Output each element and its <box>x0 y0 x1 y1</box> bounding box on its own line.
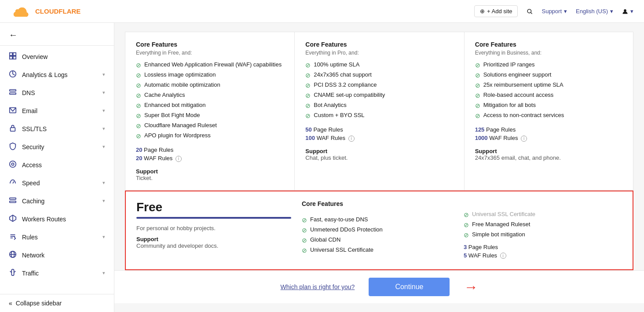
feature-item: ⊘ 100% uptime SLA <box>305 61 453 69</box>
biz-support: Support Chat, plus ticket. <box>305 148 453 161</box>
free-plan-bar <box>136 217 291 219</box>
feature-item: ⊘ 25x reimbursement uptime SLA <box>475 81 622 89</box>
chevron-down-icon: ▾ <box>102 198 105 204</box>
check-icon: ⊘ <box>464 221 469 228</box>
feature-item: ⊘ Unmetered DDoS Protection <box>302 226 457 234</box>
feature-item: ⊘ Custom + BYO SSL <box>305 112 453 119</box>
feature-item: ⊘ Enhanced bot mitigation <box>136 102 284 109</box>
account-button[interactable]: ▾ <box>622 8 633 15</box>
dns-icon <box>9 88 17 97</box>
pro-core-title: Core Features <box>136 41 284 48</box>
sidebar-item-ssl-tls[interactable]: SSL/TLS ▾ <box>0 120 114 138</box>
collapse-sidebar-button[interactable]: « Collapse sidebar <box>0 294 114 312</box>
sidebar-item-network[interactable]: Network <box>0 246 114 264</box>
chevron-down-icon: ▾ <box>102 144 105 150</box>
add-site-button[interactable]: ⊕ + Add site <box>474 5 518 17</box>
check-icon: ⊘ <box>136 112 141 119</box>
network-icon <box>9 250 17 260</box>
chevron-down-icon: ▾ <box>102 234 105 240</box>
check-icon: ⊘ <box>136 72 141 79</box>
sidebar-item-traffic[interactable]: Traffic ▾ <box>0 264 114 282</box>
sidebar-item-label: Rules <box>22 234 38 241</box>
sidebar-item-dns[interactable]: DNS ▾ <box>0 84 114 102</box>
check-icon: ⊘ <box>475 62 480 69</box>
info-icon[interactable]: i <box>176 156 182 162</box>
pro-rules: 20 Page Rules 20 WAF Rules i <box>136 147 284 162</box>
email-icon <box>9 106 17 115</box>
feature-item: ⊘ Universal SSL Certificate <box>302 246 457 254</box>
check-icon: ⊘ <box>475 72 480 79</box>
chevron-down-icon: ▾ <box>102 180 105 186</box>
svg-rect-13 <box>11 128 15 131</box>
biz-core-title: Core Features <box>305 41 453 48</box>
sidebar-item-label: Access <box>22 162 42 169</box>
svg-rect-18 <box>10 201 16 203</box>
chevron-down-icon: ▾ <box>102 90 105 95</box>
feature-item: ⊘ Simple bot mitigation <box>464 231 622 239</box>
check-icon: ⊘ <box>136 62 141 69</box>
sidebar-item-caching[interactable]: Caching ▾ <box>0 192 114 210</box>
sidebar-item-label: Analytics & Logs <box>22 71 68 78</box>
check-icon: ⊘ <box>475 112 480 119</box>
feature-item: ⊘ Mitigation for all bots <box>475 102 622 109</box>
sidebar-item-overview[interactable]: Overview <box>0 48 114 66</box>
feature-item: ⊘ Universal SSL Certificate <box>464 211 622 218</box>
search-button[interactable] <box>527 8 533 15</box>
svg-rect-3 <box>10 53 12 55</box>
svg-rect-24 <box>11 269 14 275</box>
business-plan-card: Core Features Everything in Pro, and: ⊘ … <box>294 32 464 191</box>
feature-item: ⊘ Bot Analytics <box>305 102 453 109</box>
arrow-right-icon: → <box>464 279 478 295</box>
chevron-down-icon: ▾ <box>102 72 105 77</box>
sidebar-item-rules[interactable]: Rules ▾ <box>0 228 114 246</box>
info-icon[interactable]: i <box>348 136 355 142</box>
feature-item: ⊘ Role-based account access <box>475 92 622 99</box>
support-button[interactable]: Support ▾ <box>542 8 567 15</box>
chevron-down-icon: ▾ <box>102 108 105 114</box>
sidebar-item-label: Workers Routes <box>22 216 66 223</box>
feature-item: ⊘ Super Bot Fight Mode <box>136 112 284 119</box>
sidebar-item-security[interactable]: Security ▾ <box>0 138 114 156</box>
lock-icon <box>9 124 17 133</box>
info-icon[interactable]: i <box>521 136 527 142</box>
check-icon: ⊘ <box>305 72 311 79</box>
feature-item: ⊘ CNAME set-up compatibility <box>305 92 453 99</box>
free-rules: 3 Page Rules 5 WAF Rules i <box>464 244 622 259</box>
chart-icon <box>9 70 17 79</box>
sidebar-item-label: DNS <box>22 89 35 96</box>
feature-item: ⊘ Solutions engineer support <box>475 71 622 79</box>
sidebar-item-speed[interactable]: Speed ▾ <box>0 174 114 192</box>
free-plan-section: Free For personal or hobby projects. Sup… <box>125 191 633 271</box>
chevron-down-icon: ▾ <box>630 8 633 15</box>
shield-icon <box>9 142 17 151</box>
traffic-icon <box>9 268 17 278</box>
feature-item: ⊘ Free Managed Ruleset <box>464 221 622 228</box>
which-plan-link[interactable]: Which plan is right for you? <box>281 283 355 290</box>
main-content: Core Features Everything in Free, and: ⊘… <box>114 23 644 312</box>
sidebar-item-workers-routes[interactable]: Workers Routes <box>0 210 114 228</box>
speed-icon <box>9 178 17 187</box>
sidebar-item-email[interactable]: Email ▾ <box>0 102 114 120</box>
chevron-down-icon: ▾ <box>102 126 105 132</box>
check-icon: ⊘ <box>305 102 311 109</box>
feature-item: ⊘ APO plugin for Wordpress <box>136 132 284 139</box>
back-button[interactable]: ← <box>0 23 114 44</box>
sidebar-item-analytics-logs[interactable]: Analytics & Logs ▾ <box>0 66 114 84</box>
feature-item: ⊘ 24x7x365 chat support <box>305 71 453 79</box>
access-icon <box>9 160 17 169</box>
feature-item: ⊘ Global CDN <box>302 236 457 244</box>
feature-item: ⊘ Access to non-contract services <box>475 112 622 119</box>
info-icon[interactable]: i <box>500 253 506 259</box>
check-icon: ⊘ <box>475 92 480 99</box>
biz-rules: 50 Page Rules 100 WAF Rules i <box>305 126 453 142</box>
continue-button[interactable]: Continue <box>369 278 450 296</box>
bottom-action-bar: Which plan is right for you? Continue → <box>114 270 644 303</box>
check-icon: ⊘ <box>305 82 311 89</box>
feature-item: ⊘ Lossless image optimization <box>136 71 284 79</box>
svg-line-1 <box>531 12 533 14</box>
sidebar-item-access[interactable]: Access <box>0 156 114 174</box>
rules-icon <box>9 232 17 242</box>
cloudflare-logo: CLOUDFLARE <box>11 5 80 18</box>
language-button[interactable]: English (US) ▾ <box>576 8 613 15</box>
pro-plan-card: Core Features Everything in Free, and: ⊘… <box>125 32 294 191</box>
